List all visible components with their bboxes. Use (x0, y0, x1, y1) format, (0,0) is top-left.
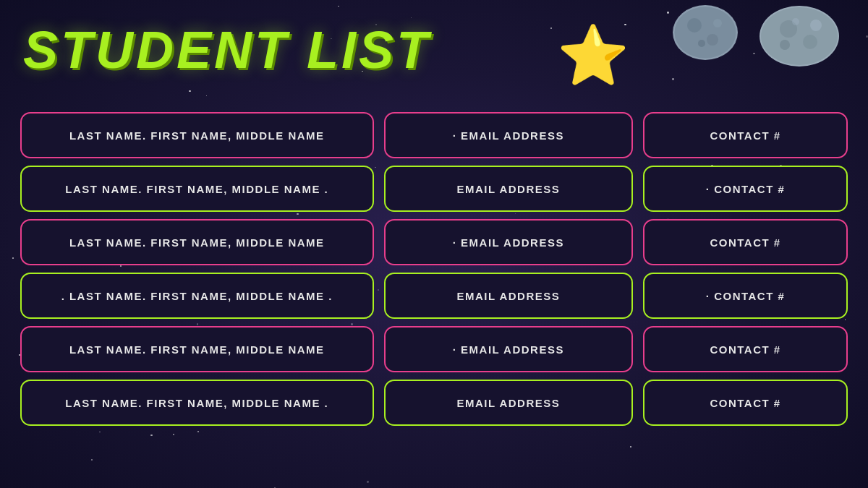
contact-cell-4: · CONTACT # (643, 273, 848, 319)
svg-point-9 (780, 20, 797, 38)
email-cell-3: · EMAIL ADDRESS (384, 219, 634, 265)
student-row-1: LAST NAME. FIRST NAME, MIDDLE NAME· EMAI… (20, 112, 848, 158)
svg-point-12 (810, 20, 822, 31)
student-row-2: LAST NAME. FIRST NAME, MIDDLE NAME .EMAI… (20, 166, 848, 212)
email-cell-1: · EMAIL ADDRESS (384, 112, 634, 158)
email-cell-5: · EMAIL ADDRESS (384, 326, 634, 372)
student-row-3: LAST NAME. FIRST NAME, MIDDLE NAME· EMAI… (20, 219, 848, 265)
svg-point-8 (761, 7, 838, 65)
svg-point-7 (760, 6, 839, 67)
svg-point-0 (673, 5, 738, 60)
name-cell-6: LAST NAME. FIRST NAME, MIDDLE NAME . (20, 380, 374, 426)
svg-point-1 (674, 7, 736, 59)
email-cell-4: EMAIL ADDRESS (384, 273, 634, 319)
svg-point-6 (674, 7, 736, 59)
name-cell-4: . LAST NAME. FIRST NAME, MIDDLE NAME . (20, 273, 374, 319)
contact-cell-3: CONTACT # (643, 219, 848, 265)
asteroid-1 (665, 0, 745, 65)
svg-point-13 (792, 18, 799, 25)
email-cell-2: EMAIL ADDRESS (384, 166, 634, 212)
student-row-5: LAST NAME. FIRST NAME, MIDDLE NAME· EMAI… (20, 326, 848, 372)
svg-point-4 (698, 40, 705, 47)
student-list-grid: LAST NAME. FIRST NAME, MIDDLE NAME· EMAI… (20, 112, 848, 426)
svg-point-3 (707, 34, 718, 46)
student-row-4: . LAST NAME. FIRST NAME, MIDDLE NAME .EM… (20, 273, 848, 319)
name-cell-2: LAST NAME. FIRST NAME, MIDDLE NAME . (20, 166, 374, 212)
name-cell-5: LAST NAME. FIRST NAME, MIDDLE NAME (20, 326, 374, 372)
contact-cell-6: CONTACT # (643, 380, 848, 426)
asteroid-2 (752, 0, 846, 72)
contact-cell-2: · CONTACT # (643, 166, 848, 212)
svg-point-2 (687, 18, 702, 33)
svg-point-11 (780, 40, 790, 50)
name-cell-3: LAST NAME. FIRST NAME, MIDDLE NAME (20, 219, 374, 265)
page-title: STUDENT LIST (23, 20, 431, 80)
contact-cell-5: CONTACT # (643, 326, 848, 372)
svg-point-5 (713, 19, 722, 27)
star-decoration: ⭐ (557, 22, 629, 93)
background: ⭐ STUDENT LIST LAST NAME. FIRST NAME, MI… (0, 0, 868, 488)
svg-point-10 (803, 35, 817, 49)
email-cell-6: EMAIL ADDRESS (384, 380, 634, 426)
contact-cell-1: CONTACT # (643, 112, 848, 158)
student-row-6: LAST NAME. FIRST NAME, MIDDLE NAME .EMAI… (20, 380, 848, 426)
name-cell-1: LAST NAME. FIRST NAME, MIDDLE NAME (20, 112, 374, 158)
